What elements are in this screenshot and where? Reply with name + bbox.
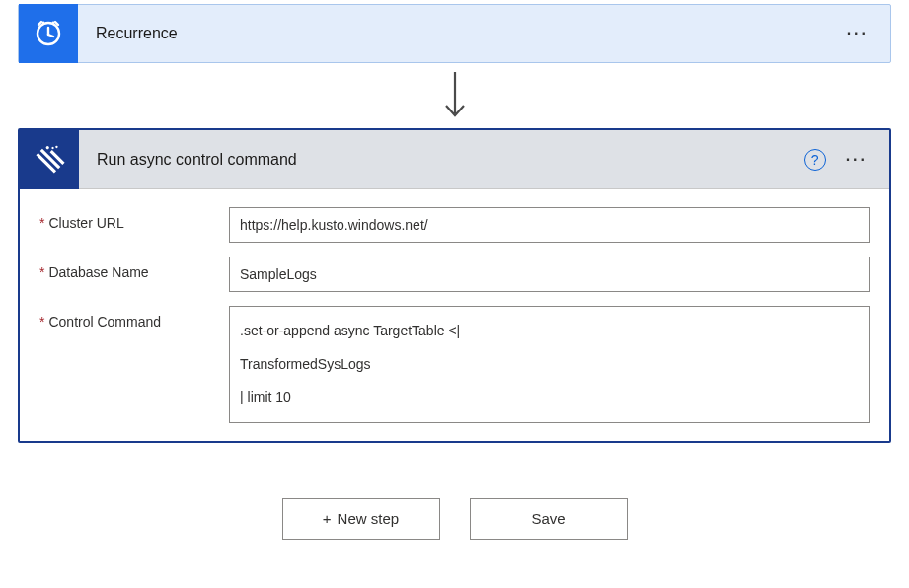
streak-icon xyxy=(33,143,66,177)
recurrence-title: Recurrence xyxy=(78,25,825,42)
run-command-header[interactable]: Run async control command ? ··· xyxy=(20,130,889,189)
run-command-icon-box xyxy=(20,130,79,189)
ellipsis-icon: ··· xyxy=(846,151,868,168)
database-name-label: *Database Name xyxy=(39,257,229,292)
control-command-input[interactable]: .set-or-append async TargetTable <| Tran… xyxy=(229,306,870,423)
cluster-url-input[interactable] xyxy=(229,207,870,243)
database-name-row: *Database Name xyxy=(39,257,870,292)
new-step-label: New step xyxy=(338,510,400,527)
plus-icon: + xyxy=(323,510,332,527)
recurrence-card[interactable]: Recurrence ··· xyxy=(18,4,891,63)
database-name-input[interactable] xyxy=(229,257,870,292)
clock-icon xyxy=(33,18,64,49)
run-command-menu-button[interactable]: ··· xyxy=(846,151,889,169)
arrow-down-icon xyxy=(439,68,471,123)
recurrence-icon-box xyxy=(19,4,78,63)
recurrence-menu-button[interactable]: ··· xyxy=(825,25,890,42)
control-command-label: *Control Command xyxy=(39,306,229,423)
footer-buttons: + New step Save xyxy=(18,498,891,540)
svg-point-13 xyxy=(55,145,58,148)
required-indicator: * xyxy=(39,264,44,280)
save-button[interactable]: Save xyxy=(470,498,628,540)
required-indicator: * xyxy=(39,215,44,231)
run-command-title: Run async control command xyxy=(79,151,804,169)
connector-arrow xyxy=(18,63,891,128)
help-button[interactable]: ? xyxy=(804,149,826,171)
help-icon: ? xyxy=(811,152,819,168)
svg-point-11 xyxy=(45,145,50,150)
control-command-row: *Control Command .set-or-append async Ta… xyxy=(39,306,870,423)
ellipsis-icon: ··· xyxy=(847,25,869,41)
run-command-card: Run async control command ? ··· *Cluster… xyxy=(18,128,891,443)
svg-point-12 xyxy=(51,146,54,149)
cluster-url-label: *Cluster URL xyxy=(39,207,229,243)
save-button-label: Save xyxy=(531,510,565,527)
svg-line-6 xyxy=(48,35,53,37)
cluster-url-row: *Cluster URL xyxy=(39,207,870,243)
required-indicator: * xyxy=(39,314,44,330)
run-command-body: *Cluster URL *Database Name *Control Com… xyxy=(20,189,889,441)
new-step-button[interactable]: + New step xyxy=(282,498,440,540)
